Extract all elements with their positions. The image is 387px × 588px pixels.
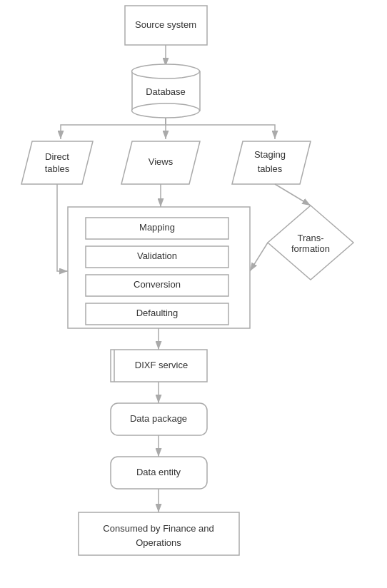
staging-tables-box — [232, 141, 311, 184]
direct-tables-label: Direct — [45, 151, 69, 162]
diagram-svg: Source system Database Direct tables Vie… — [0, 0, 387, 588]
mapping-label: Mapping — [139, 222, 175, 233]
dixf-label: DIXF service — [135, 360, 188, 370]
transformation-label: Trans- — [297, 233, 323, 243]
direct-tables-label2: tables — [45, 163, 70, 174]
source-system-label: Source system — [135, 19, 196, 30]
conversion-label: Conversion — [134, 279, 181, 290]
svg-line-6 — [275, 184, 311, 206]
svg-line-7 — [250, 243, 268, 271]
svg-point-3 — [132, 103, 200, 118]
staging-tables-label: Staging — [254, 149, 286, 160]
svg-point-2 — [132, 64, 200, 78]
data-package-label: Data package — [130, 413, 187, 424]
consumed-label2: Operations — [136, 537, 181, 548]
defaulting-label: Defaulting — [136, 308, 179, 318]
validation-label: Validation — [137, 250, 177, 261]
direct-tables-box — [21, 141, 93, 184]
views-label: Views — [149, 156, 174, 167]
staging-tables-label2: tables — [258, 163, 283, 174]
database-label: Database — [146, 86, 186, 97]
data-entity-label: Data entity — [136, 467, 181, 477]
transformation-label2: formation — [291, 243, 330, 254]
consumed-label: Consumed by Finance and — [103, 523, 213, 534]
